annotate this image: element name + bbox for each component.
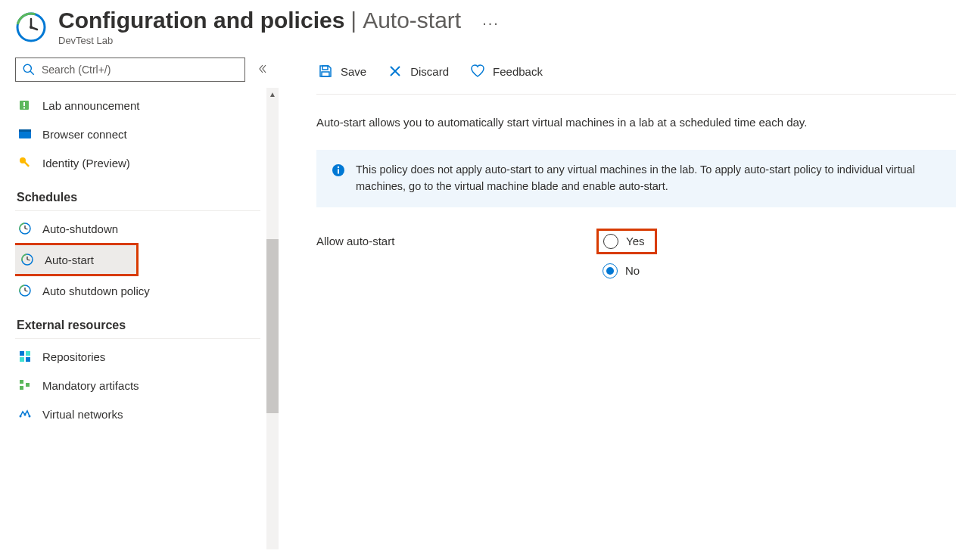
svg-point-4	[30, 26, 33, 29]
clock-icon	[20, 253, 34, 266]
svg-rect-9	[23, 107, 25, 109]
clock-icon	[18, 284, 32, 297]
svg-rect-28	[20, 357, 24, 362]
section-external: External resources	[15, 311, 260, 339]
sidebar-item-label: Auto shutdown policy	[42, 285, 150, 297]
sidebar-item-label: Lab announcement	[42, 99, 139, 112]
sidebar-item-label: Mandatory artifacts	[42, 379, 139, 392]
svg-point-42	[338, 166, 339, 168]
svg-line-25	[25, 291, 28, 291]
svg-rect-41	[338, 170, 339, 174]
radio-no[interactable]: No	[596, 259, 657, 283]
page-subtitle: Auto-start	[363, 8, 461, 33]
allow-auto-start-row: Allow auto-start Yes No	[316, 229, 956, 283]
sidebar-item-repositories[interactable]: Repositories	[15, 342, 266, 371]
sidebar-item-auto-shutdown-policy[interactable]: Auto shutdown policy	[15, 276, 266, 305]
radio-no-label: No	[625, 264, 640, 277]
svg-point-35	[29, 415, 31, 418]
sidebar-item-auto-start[interactable]: Auto-start	[15, 243, 139, 276]
svg-rect-31	[20, 386, 23, 390]
radio-circle-icon	[603, 234, 618, 249]
more-actions-button[interactable]: ···	[482, 14, 500, 32]
sidebar-item-label: Auto-shutdown	[42, 222, 118, 235]
search-icon	[22, 63, 36, 76]
info-icon	[332, 163, 345, 177]
radio-yes[interactable]: Yes	[596, 229, 657, 254]
radio-dot-icon	[606, 267, 614, 275]
svg-rect-32	[26, 383, 30, 387]
sidebar-item-lab-announcement[interactable]: Lab announcement	[15, 91, 266, 120]
svg-rect-11	[19, 129, 31, 132]
svg-line-6	[30, 71, 34, 75]
scrollbar-up-arrow[interactable]: ▲	[266, 88, 279, 100]
scrollbar-thumb[interactable]	[266, 239, 279, 413]
sidebar-item-mandatory-artifacts[interactable]: Mandatory artifacts	[15, 371, 266, 400]
svg-line-21	[27, 260, 30, 260]
discard-icon	[388, 64, 403, 79]
network-icon	[18, 407, 32, 421]
svg-point-33	[20, 415, 22, 418]
sidebar-item-browser-connect[interactable]: Browser connect	[15, 120, 266, 148]
svg-rect-37	[322, 72, 329, 76]
sidebar-item-label: Auto-start	[45, 254, 94, 266]
svg-rect-26	[20, 351, 24, 356]
svg-rect-27	[26, 351, 30, 356]
svg-point-34	[24, 414, 26, 416]
allow-auto-start-radio-group: Yes No	[596, 229, 657, 283]
discard-button[interactable]: Discard	[386, 61, 450, 82]
svg-rect-8	[23, 102, 25, 106]
radio-circle-checked-icon	[603, 263, 618, 278]
main-content: Save Discard Feedback Auto-start allows …	[279, 58, 956, 549]
sidebar-scrollbar[interactable]: ▲	[266, 88, 279, 549]
sidebar-item-label: Browser connect	[42, 128, 127, 141]
resource-type-label: DevTest Lab	[58, 35, 500, 46]
description-text: Auto-start allows you to automatically s…	[316, 116, 956, 129]
svg-rect-30	[20, 380, 23, 384]
svg-rect-29	[26, 357, 30, 362]
sidebar-item-label: Virtual networks	[42, 408, 123, 421]
svg-point-5	[23, 64, 31, 72]
key-icon	[18, 156, 32, 170]
sidebar-item-virtual-networks[interactable]: Virtual networks	[15, 400, 266, 428]
svg-line-17	[25, 229, 28, 229]
feedback-button[interactable]: Feedback	[469, 61, 544, 82]
page-title: Configuration and policies	[58, 8, 344, 33]
info-banner: This policy does not apply auto-start to…	[316, 150, 956, 207]
search-box[interactable]	[15, 58, 245, 82]
discard-label: Discard	[410, 65, 449, 78]
feedback-label: Feedback	[493, 65, 543, 78]
section-schedules: Schedules	[15, 183, 260, 211]
clock-icon	[18, 222, 32, 235]
announcement-icon	[18, 98, 32, 112]
radio-yes-label: Yes	[626, 235, 644, 247]
save-icon	[318, 64, 333, 79]
heart-icon	[470, 64, 485, 79]
info-banner-text: This policy does not apply auto-start to…	[356, 162, 941, 195]
artifacts-icon	[18, 378, 32, 392]
save-label: Save	[341, 65, 366, 78]
sidebar: Lab announcement Browser connect	[0, 58, 279, 549]
sidebar-item-identity[interactable]: Identity (Preview)	[15, 148, 266, 177]
repo-icon	[18, 350, 32, 363]
search-input[interactable]	[42, 64, 238, 76]
sidebar-item-label: Repositories	[42, 350, 105, 363]
browser-icon	[18, 127, 32, 141]
sidebar-item-label: Identity (Preview)	[42, 157, 130, 170]
page-header: Configuration and policies | Auto-start …	[0, 0, 956, 58]
save-button[interactable]: Save	[316, 61, 368, 82]
toolbar: Save Discard Feedback	[316, 61, 956, 95]
clock-resource-icon	[15, 11, 47, 43]
sidebar-item-auto-shutdown[interactable]: Auto-shutdown	[15, 214, 266, 243]
title-separator: |	[350, 8, 357, 33]
allow-auto-start-label: Allow auto-start	[316, 229, 596, 247]
collapse-sidebar-button[interactable]	[254, 61, 271, 79]
svg-rect-13	[24, 161, 30, 166]
svg-rect-36	[322, 66, 328, 70]
